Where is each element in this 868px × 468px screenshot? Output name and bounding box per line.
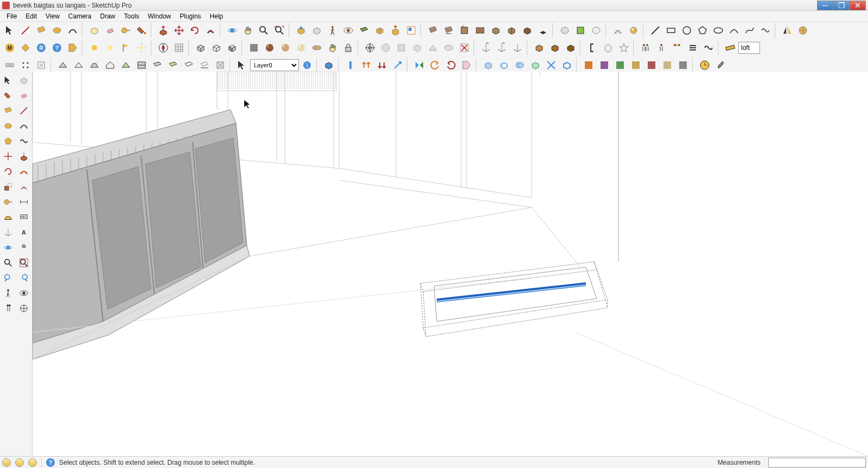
compass-icon[interactable] xyxy=(156,40,171,55)
mirror-tool-icon[interactable] xyxy=(780,23,795,38)
gray-tool-4-icon[interactable] xyxy=(425,40,441,55)
plugin-tool-9-icon[interactable] xyxy=(610,23,626,38)
palette-section-icon[interactable] xyxy=(17,301,31,315)
mat-tool-7-icon[interactable] xyxy=(675,58,691,73)
upload-model-icon[interactable] xyxy=(388,23,403,38)
palette-circle-icon[interactable] xyxy=(1,118,16,133)
disc-icon[interactable] xyxy=(309,40,324,55)
palette-scale-icon[interactable] xyxy=(1,179,16,194)
prev-view-icon[interactable] xyxy=(309,23,324,38)
palette-zoom-icon[interactable] xyxy=(1,255,16,270)
loft-input[interactable] xyxy=(738,42,760,54)
blue-box-icon[interactable] xyxy=(321,58,336,73)
clock-icon[interactable] xyxy=(697,58,712,73)
plugin-tool-2-icon[interactable] xyxy=(441,23,456,38)
viewport[interactable] xyxy=(33,72,868,456)
status-button-2[interactable] xyxy=(15,458,24,467)
redo-curve-icon[interactable] xyxy=(443,58,458,73)
roof-tool-7-icon[interactable] xyxy=(150,58,165,73)
pushpull-tool-icon[interactable] xyxy=(156,23,171,38)
solid-trim-icon[interactable] xyxy=(528,58,543,73)
look-around-icon[interactable] xyxy=(341,23,356,38)
solid-shell-icon[interactable] xyxy=(559,58,575,73)
mat-tool-5-icon[interactable] xyxy=(644,58,659,73)
mat-tool-2-icon[interactable] xyxy=(597,58,612,73)
plugin-tool-3-icon[interactable] xyxy=(457,23,472,38)
solid-subtract-icon[interactable] xyxy=(496,58,512,73)
palette-rectangle-icon[interactable] xyxy=(1,103,16,118)
sun-yellow-icon[interactable] xyxy=(87,40,102,55)
palette-text-icon[interactable]: ABC xyxy=(17,210,31,224)
tag-button-icon[interactable] xyxy=(65,40,80,55)
plugin-tool-7-icon[interactable] xyxy=(520,23,535,38)
render-style-1-icon[interactable] xyxy=(557,23,572,38)
tag-pink-icon[interactable] xyxy=(459,58,474,73)
measurements-input[interactable] xyxy=(768,458,866,467)
pan-tool-icon[interactable] xyxy=(240,23,256,38)
model-canvas[interactable] xyxy=(33,72,868,456)
roof-tool-4-icon[interactable] xyxy=(103,58,118,73)
palette-followme-icon[interactable] xyxy=(17,164,31,179)
menu-edit[interactable]: Edit xyxy=(21,12,41,20)
plugin-tool-6-icon[interactable] xyxy=(504,23,519,38)
palette-prev-icon[interactable] xyxy=(1,270,16,285)
arrows-down-icon[interactable] xyxy=(374,58,390,73)
solid-intersect-icon[interactable] xyxy=(512,58,527,73)
roof-tool-2-icon[interactable] xyxy=(71,58,86,73)
gray-tool-1-icon[interactable] xyxy=(378,40,393,55)
wood-mat-2-icon[interactable] xyxy=(547,40,563,55)
palette-select-icon[interactable] xyxy=(1,73,16,87)
people-3-icon[interactable] xyxy=(669,40,685,55)
orient-faces-icon[interactable] xyxy=(372,23,387,38)
plugin-tool-1-icon[interactable] xyxy=(425,23,441,38)
menu-help[interactable]: Help xyxy=(206,12,228,20)
palette-arc-icon[interactable] xyxy=(17,118,31,133)
palette-position-camera-icon[interactable] xyxy=(1,286,16,300)
axis-tool-1-icon[interactable]: A xyxy=(478,40,494,55)
align-tool-1-icon[interactable] xyxy=(2,58,17,73)
texture-1-icon[interactable] xyxy=(246,40,261,55)
shape-freehand-icon[interactable] xyxy=(758,23,773,38)
diagonal-arrow-icon[interactable] xyxy=(390,58,405,73)
ruler-icon[interactable] xyxy=(723,40,738,55)
roof-tool-11-icon[interactable] xyxy=(213,58,228,73)
palette-polygon-icon[interactable] xyxy=(1,134,16,148)
palette-look-icon[interactable] xyxy=(17,286,31,300)
align-tool-3-icon[interactable] xyxy=(34,58,49,73)
axis-tool-2-icon[interactable]: N xyxy=(494,40,509,55)
palette-offset-icon[interactable] xyxy=(17,179,31,194)
gray-tool-3-icon[interactable] xyxy=(410,40,425,55)
move-tool-icon[interactable] xyxy=(171,23,187,38)
roof-tool-5-icon[interactable] xyxy=(118,58,133,73)
solid-split-icon[interactable] xyxy=(544,58,559,73)
menu-camera[interactable]: Camera xyxy=(64,12,96,20)
star-icon[interactable] xyxy=(616,40,631,55)
plugin-tool-8-icon[interactable] xyxy=(535,23,551,38)
box-shaded-icon[interactable] xyxy=(225,40,240,55)
select-tool-icon[interactable] xyxy=(2,23,17,38)
palette-move-icon[interactable] xyxy=(1,149,16,163)
flag-icon[interactable] xyxy=(118,40,133,55)
arrows-up-icon[interactable] xyxy=(359,58,374,73)
plugin-tool-11-icon[interactable] xyxy=(795,23,810,38)
shape-polygon-icon[interactable] xyxy=(695,23,710,38)
shape-line-icon[interactable] xyxy=(648,23,663,38)
menu-file[interactable]: File xyxy=(2,12,21,20)
palette-3dtext-icon[interactable]: A xyxy=(17,225,31,239)
egg-shape-icon[interactable] xyxy=(601,40,616,55)
diamond-button-icon[interactable] xyxy=(18,40,33,55)
r-button-icon[interactable]: R xyxy=(34,40,49,55)
menu-draw[interactable]: Draw xyxy=(96,12,120,20)
palette-line-icon[interactable] xyxy=(17,103,31,118)
plugin-tool-10-icon[interactable] xyxy=(626,23,641,38)
maximize-button[interactable]: ❐ xyxy=(833,1,850,10)
section-plane-icon[interactable] xyxy=(356,23,372,38)
palette-freehand-icon[interactable] xyxy=(17,134,31,148)
grid-tool-icon[interactable] xyxy=(171,40,187,55)
undo-curve-icon[interactable] xyxy=(427,58,443,73)
palette-tape-icon[interactable] xyxy=(1,194,16,209)
palette-pan-icon[interactable] xyxy=(17,240,31,255)
blue-bar-icon[interactable] xyxy=(343,58,358,73)
palette-rotate-icon[interactable] xyxy=(1,164,16,179)
layer-select-icon[interactable] xyxy=(234,58,250,73)
